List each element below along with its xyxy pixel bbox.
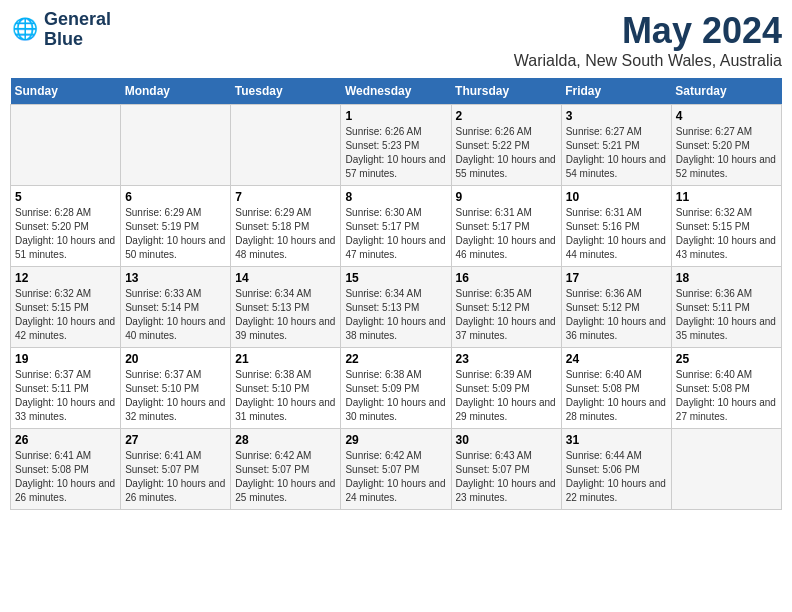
week-row: 19Sunrise: 6:37 AM Sunset: 5:11 PM Dayli… bbox=[11, 348, 782, 429]
day-number: 19 bbox=[15, 352, 116, 366]
day-info: Sunrise: 6:42 AM Sunset: 5:07 PM Dayligh… bbox=[345, 449, 446, 505]
calendar-body: 1Sunrise: 6:26 AM Sunset: 5:23 PM Daylig… bbox=[11, 105, 782, 510]
day-number: 14 bbox=[235, 271, 336, 285]
day-number: 2 bbox=[456, 109, 557, 123]
calendar-cell: 28Sunrise: 6:42 AM Sunset: 5:07 PM Dayli… bbox=[231, 429, 341, 510]
calendar-table: SundayMondayTuesdayWednesdayThursdayFrid… bbox=[10, 78, 782, 510]
weekday-header: Monday bbox=[121, 78, 231, 105]
day-info: Sunrise: 6:27 AM Sunset: 5:21 PM Dayligh… bbox=[566, 125, 667, 181]
day-info: Sunrise: 6:35 AM Sunset: 5:12 PM Dayligh… bbox=[456, 287, 557, 343]
day-number: 6 bbox=[125, 190, 226, 204]
logo-icon: 🌐 bbox=[10, 15, 40, 45]
calendar-cell: 5Sunrise: 6:28 AM Sunset: 5:20 PM Daylig… bbox=[11, 186, 121, 267]
logo: 🌐 General Blue bbox=[10, 10, 111, 50]
calendar-cell: 21Sunrise: 6:38 AM Sunset: 5:10 PM Dayli… bbox=[231, 348, 341, 429]
logo-text: General Blue bbox=[44, 10, 111, 50]
day-number: 25 bbox=[676, 352, 777, 366]
weekday-header: Thursday bbox=[451, 78, 561, 105]
day-info: Sunrise: 6:27 AM Sunset: 5:20 PM Dayligh… bbox=[676, 125, 777, 181]
day-number: 31 bbox=[566, 433, 667, 447]
day-number: 23 bbox=[456, 352, 557, 366]
calendar-cell: 30Sunrise: 6:43 AM Sunset: 5:07 PM Dayli… bbox=[451, 429, 561, 510]
week-row: 12Sunrise: 6:32 AM Sunset: 5:15 PM Dayli… bbox=[11, 267, 782, 348]
day-number: 4 bbox=[676, 109, 777, 123]
calendar-cell: 11Sunrise: 6:32 AM Sunset: 5:15 PM Dayli… bbox=[671, 186, 781, 267]
day-info: Sunrise: 6:38 AM Sunset: 5:09 PM Dayligh… bbox=[345, 368, 446, 424]
day-info: Sunrise: 6:40 AM Sunset: 5:08 PM Dayligh… bbox=[676, 368, 777, 424]
day-number: 22 bbox=[345, 352, 446, 366]
calendar-cell: 9Sunrise: 6:31 AM Sunset: 5:17 PM Daylig… bbox=[451, 186, 561, 267]
calendar-cell: 15Sunrise: 6:34 AM Sunset: 5:13 PM Dayli… bbox=[341, 267, 451, 348]
day-number: 17 bbox=[566, 271, 667, 285]
day-info: Sunrise: 6:26 AM Sunset: 5:22 PM Dayligh… bbox=[456, 125, 557, 181]
day-info: Sunrise: 6:41 AM Sunset: 5:08 PM Dayligh… bbox=[15, 449, 116, 505]
day-info: Sunrise: 6:32 AM Sunset: 5:15 PM Dayligh… bbox=[676, 206, 777, 262]
day-number: 3 bbox=[566, 109, 667, 123]
day-info: Sunrise: 6:29 AM Sunset: 5:18 PM Dayligh… bbox=[235, 206, 336, 262]
day-number: 5 bbox=[15, 190, 116, 204]
page-header: 🌐 General Blue May 2024 Warialda, New So… bbox=[10, 10, 782, 70]
week-row: 26Sunrise: 6:41 AM Sunset: 5:08 PM Dayli… bbox=[11, 429, 782, 510]
calendar-cell: 22Sunrise: 6:38 AM Sunset: 5:09 PM Dayli… bbox=[341, 348, 451, 429]
day-info: Sunrise: 6:38 AM Sunset: 5:10 PM Dayligh… bbox=[235, 368, 336, 424]
calendar-cell: 8Sunrise: 6:30 AM Sunset: 5:17 PM Daylig… bbox=[341, 186, 451, 267]
day-number: 21 bbox=[235, 352, 336, 366]
weekday-row: SundayMondayTuesdayWednesdayThursdayFrid… bbox=[11, 78, 782, 105]
weekday-header: Friday bbox=[561, 78, 671, 105]
week-row: 5Sunrise: 6:28 AM Sunset: 5:20 PM Daylig… bbox=[11, 186, 782, 267]
day-number: 30 bbox=[456, 433, 557, 447]
weekday-header: Tuesday bbox=[231, 78, 341, 105]
calendar-cell bbox=[121, 105, 231, 186]
calendar-cell: 25Sunrise: 6:40 AM Sunset: 5:08 PM Dayli… bbox=[671, 348, 781, 429]
calendar-cell: 3Sunrise: 6:27 AM Sunset: 5:21 PM Daylig… bbox=[561, 105, 671, 186]
day-info: Sunrise: 6:34 AM Sunset: 5:13 PM Dayligh… bbox=[235, 287, 336, 343]
logo-line1: General bbox=[44, 10, 111, 30]
calendar-cell bbox=[231, 105, 341, 186]
title-block: May 2024 Warialda, New South Wales, Aust… bbox=[514, 10, 782, 70]
calendar-cell: 2Sunrise: 6:26 AM Sunset: 5:22 PM Daylig… bbox=[451, 105, 561, 186]
day-info: Sunrise: 6:33 AM Sunset: 5:14 PM Dayligh… bbox=[125, 287, 226, 343]
day-number: 20 bbox=[125, 352, 226, 366]
day-info: Sunrise: 6:37 AM Sunset: 5:10 PM Dayligh… bbox=[125, 368, 226, 424]
day-info: Sunrise: 6:30 AM Sunset: 5:17 PM Dayligh… bbox=[345, 206, 446, 262]
day-number: 12 bbox=[15, 271, 116, 285]
day-info: Sunrise: 6:32 AM Sunset: 5:15 PM Dayligh… bbox=[15, 287, 116, 343]
week-row: 1Sunrise: 6:26 AM Sunset: 5:23 PM Daylig… bbox=[11, 105, 782, 186]
day-info: Sunrise: 6:43 AM Sunset: 5:07 PM Dayligh… bbox=[456, 449, 557, 505]
calendar-cell: 12Sunrise: 6:32 AM Sunset: 5:15 PM Dayli… bbox=[11, 267, 121, 348]
day-info: Sunrise: 6:36 AM Sunset: 5:12 PM Dayligh… bbox=[566, 287, 667, 343]
calendar-cell: 16Sunrise: 6:35 AM Sunset: 5:12 PM Dayli… bbox=[451, 267, 561, 348]
day-info: Sunrise: 6:31 AM Sunset: 5:16 PM Dayligh… bbox=[566, 206, 667, 262]
day-info: Sunrise: 6:39 AM Sunset: 5:09 PM Dayligh… bbox=[456, 368, 557, 424]
logo-line2: Blue bbox=[44, 30, 111, 50]
calendar-cell: 23Sunrise: 6:39 AM Sunset: 5:09 PM Dayli… bbox=[451, 348, 561, 429]
day-number: 29 bbox=[345, 433, 446, 447]
calendar-cell: 26Sunrise: 6:41 AM Sunset: 5:08 PM Dayli… bbox=[11, 429, 121, 510]
svg-text:🌐: 🌐 bbox=[12, 16, 39, 42]
day-number: 15 bbox=[345, 271, 446, 285]
month-title: May 2024 bbox=[514, 10, 782, 52]
day-number: 24 bbox=[566, 352, 667, 366]
day-number: 8 bbox=[345, 190, 446, 204]
calendar-header: SundayMondayTuesdayWednesdayThursdayFrid… bbox=[11, 78, 782, 105]
calendar-cell: 27Sunrise: 6:41 AM Sunset: 5:07 PM Dayli… bbox=[121, 429, 231, 510]
calendar-cell: 10Sunrise: 6:31 AM Sunset: 5:16 PM Dayli… bbox=[561, 186, 671, 267]
calendar-cell: 14Sunrise: 6:34 AM Sunset: 5:13 PM Dayli… bbox=[231, 267, 341, 348]
day-number: 1 bbox=[345, 109, 446, 123]
day-number: 13 bbox=[125, 271, 226, 285]
calendar-cell bbox=[671, 429, 781, 510]
day-info: Sunrise: 6:41 AM Sunset: 5:07 PM Dayligh… bbox=[125, 449, 226, 505]
calendar-cell: 7Sunrise: 6:29 AM Sunset: 5:18 PM Daylig… bbox=[231, 186, 341, 267]
calendar-cell: 24Sunrise: 6:40 AM Sunset: 5:08 PM Dayli… bbox=[561, 348, 671, 429]
calendar-cell: 17Sunrise: 6:36 AM Sunset: 5:12 PM Dayli… bbox=[561, 267, 671, 348]
day-info: Sunrise: 6:37 AM Sunset: 5:11 PM Dayligh… bbox=[15, 368, 116, 424]
day-number: 9 bbox=[456, 190, 557, 204]
day-number: 28 bbox=[235, 433, 336, 447]
day-number: 27 bbox=[125, 433, 226, 447]
calendar-cell: 4Sunrise: 6:27 AM Sunset: 5:20 PM Daylig… bbox=[671, 105, 781, 186]
weekday-header: Wednesday bbox=[341, 78, 451, 105]
day-info: Sunrise: 6:42 AM Sunset: 5:07 PM Dayligh… bbox=[235, 449, 336, 505]
calendar-cell: 20Sunrise: 6:37 AM Sunset: 5:10 PM Dayli… bbox=[121, 348, 231, 429]
calendar-cell: 18Sunrise: 6:36 AM Sunset: 5:11 PM Dayli… bbox=[671, 267, 781, 348]
calendar-cell: 29Sunrise: 6:42 AM Sunset: 5:07 PM Dayli… bbox=[341, 429, 451, 510]
